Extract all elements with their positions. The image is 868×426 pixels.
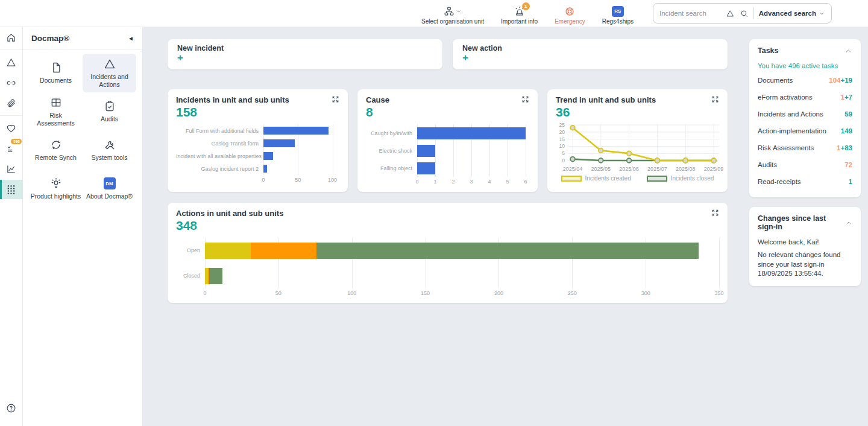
data-point[interactable] bbox=[655, 158, 660, 163]
bar-label: Closed bbox=[176, 273, 205, 279]
task-row-risk-assessments[interactable]: Risk Assessments 1+83 bbox=[758, 139, 852, 156]
expand-icon[interactable] bbox=[711, 95, 719, 103]
icon-rail: 496 bbox=[0, 27, 23, 426]
important-info-button[interactable]: 1 Important info bbox=[501, 2, 538, 25]
incident-search-input[interactable] bbox=[659, 10, 721, 17]
advanced-search-button[interactable]: Advanced search bbox=[759, 10, 825, 17]
active-tasks-summary[interactable]: You have 496 active tasks bbox=[758, 62, 852, 69]
changes-panel: Changes since last sign-in Welcome back,… bbox=[749, 207, 861, 286]
chevron-down-icon bbox=[456, 8, 462, 14]
plus-icon[interactable]: + bbox=[462, 52, 718, 64]
orange-segment[interactable] bbox=[251, 243, 317, 259]
legend-swatch-icon bbox=[647, 176, 667, 182]
data-point[interactable] bbox=[599, 148, 603, 153]
bar[interactable] bbox=[417, 162, 435, 174]
triangle-incident-icon bbox=[104, 58, 116, 70]
legend-item[interactable]: Incidents created bbox=[561, 175, 631, 182]
rail-dashboard[interactable] bbox=[0, 180, 22, 199]
data-point[interactable] bbox=[627, 158, 632, 163]
top-header: Select organisation unit 1 Important inf… bbox=[0, 0, 868, 27]
bar-row: Incident with all available properties bbox=[176, 150, 339, 162]
rail-home[interactable] bbox=[0, 28, 22, 47]
select-org-unit-button[interactable]: Select organisation unit bbox=[421, 2, 484, 25]
x-axis: 0123456 bbox=[417, 177, 529, 185]
chevron-up-icon[interactable] bbox=[844, 47, 852, 55]
header-actions: Select organisation unit 1 Important inf… bbox=[421, 2, 634, 25]
task-row-read-receipts[interactable]: Read-receipts 1 bbox=[758, 173, 852, 190]
menu-item-risk-assessments[interactable]: Risk Assessments bbox=[29, 92, 83, 131]
data-point[interactable] bbox=[683, 158, 688, 163]
bar-label: Electric shock bbox=[366, 148, 417, 154]
task-count: 72 bbox=[844, 161, 852, 168]
task-count: 59 bbox=[844, 110, 852, 118]
x-axis: 2025/042025/052025/062025/072025/082025/… bbox=[556, 165, 719, 173]
legend-item[interactable]: Incidents closed bbox=[647, 175, 714, 182]
incidents-chart-card: Incidents in unit and sub units 158 Full… bbox=[168, 89, 348, 192]
menu-item-product-highlights[interactable]: Product highlights bbox=[29, 170, 83, 208]
side-menu: Docmap® ◄ Documents Incidents and Action… bbox=[23, 27, 143, 426]
regs4ships-button[interactable]: RS Regs4ships bbox=[602, 2, 634, 25]
task-row-documents[interactable]: Documents 104+19 bbox=[758, 72, 852, 89]
rail-attachments[interactable] bbox=[0, 94, 22, 113]
chart-title: Cause bbox=[366, 95, 389, 104]
bar-row: Electric shock bbox=[366, 142, 529, 159]
plus-icon[interactable]: + bbox=[177, 52, 433, 64]
expand-icon[interactable] bbox=[711, 209, 719, 217]
bar[interactable] bbox=[263, 152, 273, 160]
collapse-menu-icon[interactable]: ◄ bbox=[128, 36, 134, 42]
menu-item-about-docmap[interactable]: DM About Docmap® bbox=[83, 170, 136, 208]
menu-item-system-tools[interactable]: System tools bbox=[83, 131, 136, 170]
incidents-bar-chart: Full Form with additional fieldsGaslog T… bbox=[176, 124, 339, 183]
tools-icon bbox=[104, 139, 116, 151]
search-icon[interactable] bbox=[740, 9, 749, 18]
data-point[interactable] bbox=[711, 158, 716, 163]
data-point[interactable] bbox=[627, 151, 632, 156]
expand-icon[interactable] bbox=[332, 95, 339, 103]
chart-title: Actions in unit and sub units bbox=[176, 209, 283, 218]
menu-grid: Documents Incidents and Actions Risk Ass… bbox=[29, 54, 136, 208]
menu-item-remote-synch[interactable]: Remote Synch bbox=[29, 131, 83, 170]
new-incident-card[interactable]: New incident + bbox=[168, 39, 442, 69]
bar[interactable] bbox=[263, 165, 267, 173]
task-row-audits[interactable]: Audits 72 bbox=[758, 156, 852, 173]
data-point[interactable] bbox=[570, 157, 575, 162]
bar-row: Falling object bbox=[366, 159, 529, 177]
bar[interactable] bbox=[263, 139, 295, 147]
data-point[interactable] bbox=[599, 158, 603, 163]
rail-links[interactable] bbox=[0, 73, 22, 92]
green-segment[interactable] bbox=[209, 268, 222, 284]
green-segment[interactable] bbox=[316, 243, 699, 259]
task-row-action-implementation[interactable]: Action-implementation 149 bbox=[758, 122, 852, 139]
bar-label: Incident with all available properties bbox=[176, 153, 263, 159]
rail-tasks[interactable]: 496 bbox=[0, 139, 22, 158]
bar[interactable] bbox=[263, 127, 329, 135]
tasks-count-badge: 496 bbox=[11, 139, 22, 144]
task-row-eform-activations[interactable]: eForm activations 1+7 bbox=[758, 89, 852, 106]
emergency-button[interactable]: Emergency bbox=[555, 2, 585, 25]
home-icon bbox=[6, 33, 16, 43]
new-action-card[interactable]: New action + bbox=[453, 39, 728, 69]
menu-item-audits[interactable]: Audits bbox=[83, 92, 136, 131]
bar-label: Gaslog Transit form bbox=[176, 141, 263, 147]
data-point[interactable] bbox=[570, 126, 575, 130]
chart-total: 36 bbox=[556, 105, 719, 119]
bar-row: Caught by/in/with bbox=[366, 124, 529, 142]
rail-help[interactable] bbox=[0, 398, 22, 418]
incident-triangle-icon[interactable] bbox=[726, 9, 735, 18]
yellow-segment[interactable] bbox=[205, 243, 251, 259]
right-panel: Tasks You have 496 active tasks Document… bbox=[749, 39, 861, 426]
new-action-title: New action bbox=[462, 44, 718, 52]
rail-analytics[interactable] bbox=[0, 159, 22, 179]
bar[interactable] bbox=[417, 127, 526, 139]
menu-item-incidents-and-actions[interactable]: Incidents and Actions bbox=[83, 54, 136, 92]
tasks-panel-title: Tasks bbox=[758, 46, 779, 55]
rail-incidents[interactable] bbox=[0, 52, 22, 72]
expand-icon[interactable] bbox=[521, 95, 529, 103]
rail-favorites[interactable] bbox=[0, 118, 22, 138]
menu-item-documents[interactable]: Documents bbox=[29, 54, 83, 92]
bar-label: Caught by/in/with bbox=[366, 130, 417, 136]
sync-icon bbox=[50, 139, 62, 151]
chevron-up-icon[interactable] bbox=[845, 219, 852, 227]
bar[interactable] bbox=[417, 145, 435, 157]
task-row-incidents-and-actions[interactable]: Incidents and Actions 59 bbox=[758, 106, 852, 122]
